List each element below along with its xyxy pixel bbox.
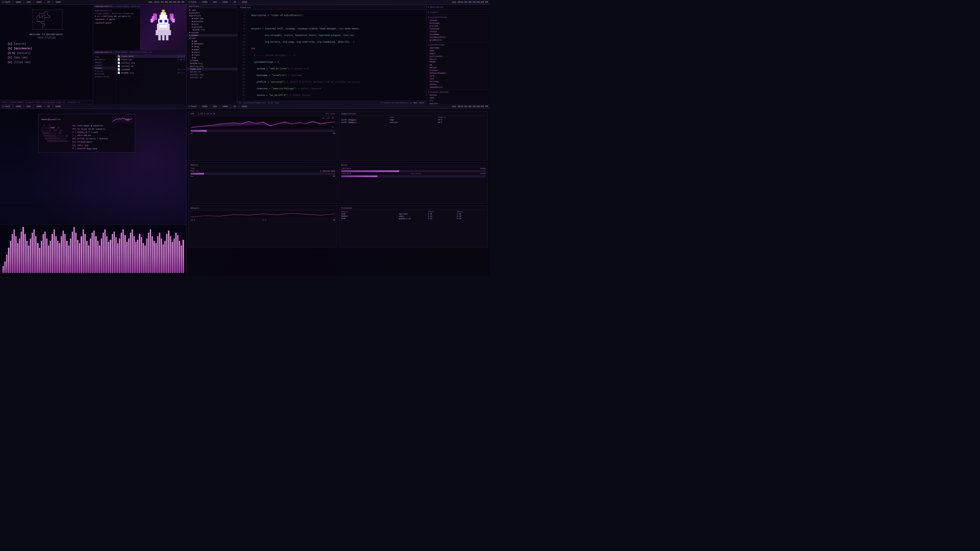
qb-menu-item-history[interactable]: [S h] [History] xyxy=(8,51,85,56)
erp-item-wm[interactable]: wm xyxy=(426,63,490,66)
erp-item-system[interactable]: system xyxy=(426,19,490,22)
erp-item-system2[interactable]: system xyxy=(426,94,490,97)
erp-item-editor[interactable]: editor xyxy=(426,58,490,60)
qb-menu-item-quickmarks[interactable]: [b] [Quickmarks] xyxy=(8,46,85,51)
ft-item-installorg[interactable]: install.org xyxy=(186,73,237,76)
erp-item-dotfilesdir[interactable]: dotfilesDir xyxy=(426,55,490,58)
ft-item-hardensh[interactable]: harden.sh xyxy=(186,70,237,73)
fm-file-row-installsh[interactable]: 📄 install.sh xyxy=(117,65,186,68)
ft-item-style[interactable]: ▶ style xyxy=(186,54,237,56)
editor-code-area[interactable]: 12345 678910 1112131415 1617181920 21222… xyxy=(237,10,426,101)
fetch-info-kernel: G | KERNEL 6.7.7-zen1 xyxy=(73,131,108,134)
erp-item-font[interactable]: font xyxy=(426,77,490,80)
viz-bar xyxy=(79,243,80,273)
workspace-icon: ⬡ xyxy=(2,105,4,108)
ft-item-personal[interactable]: ▶ personal xyxy=(186,20,237,23)
erp-item-bootmountpath[interactable]: bootMountPath xyxy=(426,36,490,38)
ft-item-installsh[interactable]: install.sh xyxy=(186,76,237,79)
erp-item-bootmode[interactable]: bootMode xyxy=(426,33,490,36)
temp-col-type: Type xyxy=(390,116,437,118)
viz-bar xyxy=(151,236,153,273)
viz-bar xyxy=(4,262,6,273)
erp-item-profile[interactable]: profile xyxy=(426,24,490,27)
ft-item-profiles[interactable]: ▼ profiles xyxy=(186,14,237,17)
qb-menu-item-search[interactable]: [o] [Search] xyxy=(8,42,85,46)
erp-item-theme[interactable]: theme xyxy=(426,60,490,63)
temp-val-1: 49°C xyxy=(438,119,486,121)
ft-item-themes[interactable]: ▶ themes xyxy=(186,34,237,37)
fm-sidebar-item-themes[interactable]: themes xyxy=(93,67,116,69)
ft-item-user[interactable]: ▼ user xyxy=(186,37,237,40)
erp-item-name[interactable]: name xyxy=(426,49,490,52)
ft-item-wm[interactable]: ▶ wm xyxy=(186,56,237,59)
statusbar-datetime: Sat 2024-03-09 05:06:00 PM xyxy=(148,1,184,3)
erp-item-browser[interactable]: browser xyxy=(426,69,490,72)
erp-item-locale[interactable]: locale xyxy=(426,30,490,33)
erp-item-email[interactable]: email xyxy=(426,52,490,55)
fetch-title: emmet@snowfire xyxy=(41,118,60,121)
sysmon-net-title: Network xyxy=(191,207,335,210)
ft-item-git[interactable]: ▶ .git xyxy=(186,9,237,11)
fm-file-row-flakenix[interactable]: 📄 flake.nix 2.20 K xyxy=(117,58,186,61)
mem-time: 00s xyxy=(191,175,194,177)
ft-item-app[interactable]: ▶ app xyxy=(186,40,237,42)
fm-sidebar-item-external[interactable]: External xyxy=(93,73,116,75)
erp-item-name2[interactable]: name xyxy=(426,97,490,99)
fm-file-row-flakelock[interactable]: 🔒 flake.lock 27.5 K xyxy=(117,55,186,58)
erp-item-term[interactable]: term xyxy=(426,75,490,77)
ft-item-desktop[interactable]: desktop.png xyxy=(186,65,237,68)
system-monitor: CPU - 1.53 1.14 0.78 CPU like 11 AVG 13 … xyxy=(186,109,490,275)
erp-section-usersettings: ▼ userSettings username name email dotfi… xyxy=(426,42,490,89)
viz-bar xyxy=(166,234,167,273)
fm-sidebar-item-documents[interactable]: documents xyxy=(93,58,116,61)
ft-item-patches[interactable]: ▶ patches xyxy=(186,11,237,14)
ft-item-work[interactable]: ▶ work xyxy=(186,23,237,25)
fm-sidebar-item-octave[interactable]: octave-works xyxy=(93,75,116,78)
ft-item-license[interactable]: LICENSE xyxy=(186,59,237,62)
tab-flakenix[interactable]: flake.nix xyxy=(237,5,254,10)
erp-item-patches[interactable]: patches xyxy=(426,102,490,104)
erp-item-timezone[interactable]: timezone xyxy=(426,27,490,30)
erp-item-src[interactable]: src xyxy=(426,99,490,102)
folder-icon: ▶ xyxy=(192,26,193,28)
qb-menu-item-newtab[interactable]: [t] [New tab] xyxy=(8,56,85,60)
fm-sidebar-item-images[interactable]: images xyxy=(93,61,116,64)
fm-sidebar-item-videos[interactable]: videos xyxy=(93,64,116,67)
erp-item-wmtype[interactable]: wmType xyxy=(426,66,490,69)
qb-menu-item-closetab[interactable]: [x] [Close tab] xyxy=(8,60,85,65)
ft-item-worklab[interactable]: ▶ worklab xyxy=(186,25,237,28)
viz-bar xyxy=(148,233,149,273)
erp-item-defaultroamdir[interactable]: defaultRoamDir xyxy=(426,72,490,75)
ft-item-system[interactable]: ▶ system xyxy=(186,31,237,34)
ft-item-pkgs[interactable]: ▶ pkgs xyxy=(186,48,237,51)
viz-bar xyxy=(168,230,169,273)
disk-row-1: /dev/dm-0 / 504GB xyxy=(341,168,486,170)
erp-item-grubdevice[interactable]: grubDevice xyxy=(426,38,490,41)
ft-item-readme[interactable]: README.org xyxy=(186,62,237,65)
ft-item-hardware[interactable]: ▶ hardware xyxy=(186,42,237,45)
ft-item-homelab[interactable]: ▶ home lab xyxy=(186,17,237,20)
fm-file-row-license[interactable]: 📄 LICENSE 34.2 K xyxy=(117,68,186,71)
erp-item-hostname[interactable]: hostname xyxy=(426,22,490,24)
viz-bar xyxy=(35,236,37,273)
fm-file-row-installorg[interactable]: 📄 install.org xyxy=(117,61,186,65)
bottom-left-panel: emmet@snowfire \ // :::::://### // :::::… xyxy=(0,109,186,275)
ft-item-readme-profiles[interactable]: README.org xyxy=(186,28,237,31)
ft-item-flakenix[interactable]: flake.nix xyxy=(186,68,237,70)
viz-bar xyxy=(130,233,131,273)
viz-bar xyxy=(183,240,184,273)
code-line: # ----- SYSTEM SETTINGS ---- # xyxy=(248,54,424,57)
erp-item-fontpkg[interactable]: fontPkg xyxy=(426,80,490,83)
fm-file-row-readmeorg[interactable]: 📄 README.org 40.4 K xyxy=(117,71,186,75)
folder-open-icon: ▼ xyxy=(189,14,191,17)
erp-item-spawneditor[interactable]: spawnEditor xyxy=(426,86,490,89)
viz-bar xyxy=(112,234,113,273)
erp-item-username[interactable]: username xyxy=(426,46,490,49)
terminal-content[interactable]: emmet@snowfire ~/home/emmet/.dotfiles/fl… xyxy=(93,8,140,25)
erp-item-editor2[interactable]: editor xyxy=(426,83,490,86)
ft-item-shell[interactable]: ▶ shell xyxy=(186,51,237,54)
svg-rect-16 xyxy=(162,10,165,14)
ft-item-lang[interactable]: ▶ lang xyxy=(186,45,237,48)
proc-cpu-2: 0.25 xyxy=(428,215,457,218)
viz-bar xyxy=(119,238,120,273)
